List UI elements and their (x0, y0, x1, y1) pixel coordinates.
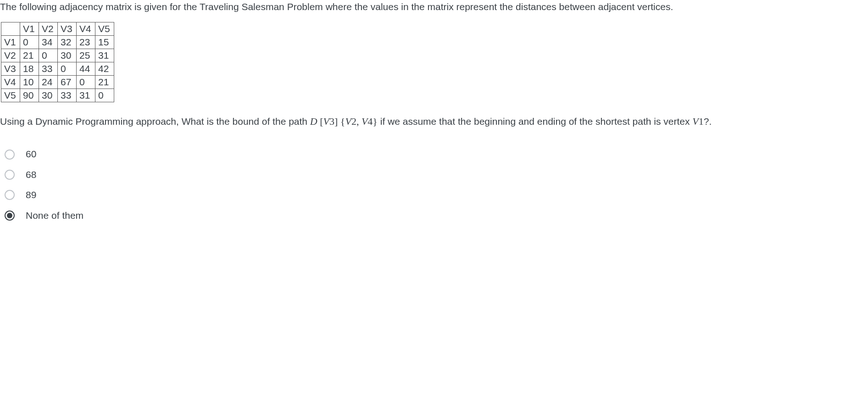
option-label: 68 (26, 168, 36, 182)
matrix-cell: 0 (58, 62, 77, 76)
option-label: 60 (26, 147, 36, 161)
radio-icon[interactable] (5, 170, 15, 180)
matrix-cell: 32 (58, 36, 77, 49)
option-label: None of them (26, 209, 83, 222)
matrix-row: V1 0 34 32 23 15 (1, 36, 114, 49)
matrix-cell: 42 (95, 62, 114, 76)
matrix-row: V5 90 30 33 31 0 (1, 89, 114, 102)
matrix-header-cell: V5 (95, 22, 114, 36)
option-label: 89 (26, 188, 36, 202)
matrix-header-cell: V1 (20, 22, 39, 36)
matrix-cell: 0 (20, 36, 39, 49)
matrix-cell: 0 (39, 49, 58, 62)
matrix-header-cell: V2 (39, 22, 58, 36)
matrix-cell: 33 (58, 89, 77, 102)
matrix-cell: 15 (95, 36, 114, 49)
matrix-header-cell: V3 (58, 22, 77, 36)
matrix-row-label: V3 (1, 62, 20, 76)
matrix-cell: 34 (39, 36, 58, 49)
matrix-cell: 0 (95, 89, 114, 102)
matrix-cell: 0 (77, 76, 95, 89)
matrix-cell: 21 (95, 76, 114, 89)
matrix-cell: 30 (58, 49, 77, 62)
matrix-cell: 67 (58, 76, 77, 89)
matrix-row-label: V2 (1, 49, 20, 62)
matrix-row-label: V1 (1, 36, 20, 49)
matrix-cell: 90 (20, 89, 39, 102)
matrix-cell: 33 (39, 62, 58, 76)
matrix-row-label: V5 (1, 89, 20, 102)
matrix-row-label: V4 (1, 76, 20, 89)
matrix-cell: 44 (77, 62, 95, 76)
matrix-cell: 31 (77, 89, 95, 102)
option-89[interactable]: 89 (5, 188, 868, 202)
matrix-cell: 10 (20, 76, 39, 89)
question-intro: The following adjacency matrix is given … (0, 0, 868, 14)
matrix-header-cell (1, 22, 20, 36)
matrix-header-row: V1 V2 V3 V4 V5 (1, 22, 114, 36)
radio-icon[interactable] (5, 150, 15, 160)
question-subpart: Using a Dynamic Programming approach, Wh… (0, 114, 868, 129)
matrix-cell: 30 (39, 89, 58, 102)
option-68[interactable]: 68 (5, 168, 868, 182)
matrix-header-cell: V4 (77, 22, 95, 36)
matrix-cell: 31 (95, 49, 114, 62)
matrix-cell: 23 (77, 36, 95, 49)
matrix-cell: 18 (20, 62, 39, 76)
option-60[interactable]: 60 (5, 147, 868, 161)
matrix-row: V2 21 0 30 25 31 (1, 49, 114, 62)
matrix-cell: 24 (39, 76, 58, 89)
radio-icon[interactable] (5, 190, 15, 200)
answer-options: 60 68 89 None of them (5, 147, 868, 222)
adjacency-matrix: V1 V2 V3 V4 V5 V1 0 34 32 23 15 V2 21 0 … (1, 22, 114, 102)
matrix-row: V4 10 24 67 0 21 (1, 76, 114, 89)
radio-icon[interactable] (5, 211, 15, 221)
matrix-cell: 25 (77, 49, 95, 62)
matrix-cell: 21 (20, 49, 39, 62)
option-none[interactable]: None of them (5, 209, 868, 222)
matrix-row: V3 18 33 0 44 42 (1, 62, 114, 76)
